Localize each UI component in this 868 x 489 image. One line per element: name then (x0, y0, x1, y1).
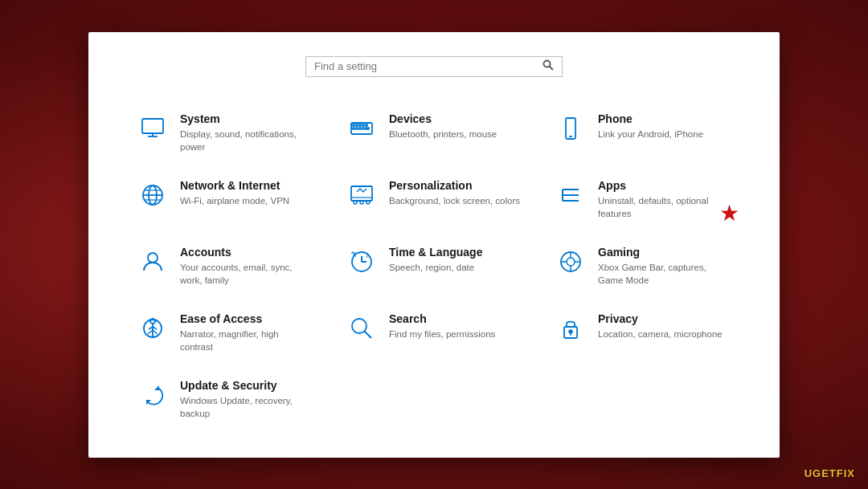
phone-icon (555, 112, 587, 145)
svg-rect-2 (142, 119, 163, 133)
apps-icon (555, 179, 587, 211)
svg-text:A: A (353, 253, 356, 258)
svg-point-26 (360, 201, 363, 204)
svg-rect-15 (366, 128, 369, 129)
apps-title: Apps (598, 179, 731, 192)
svg-rect-13 (359, 128, 361, 129)
settings-item-personalization[interactable]: Personalization Background, lock screen,… (330, 166, 538, 233)
ease-icon (137, 312, 169, 344)
personalization-desc: Background, lock screen, colors (389, 194, 522, 207)
settings-item-system[interactable]: System Display, sound, notifications, po… (121, 100, 330, 166)
privacy-desc: Location, camera, microphone (598, 328, 731, 340)
settings-item-privacy[interactable]: Privacy Location, camera, microphone (538, 300, 747, 366)
svg-point-39 (567, 258, 575, 266)
settings-item-ease[interactable]: Ease of Access Narrator, magnifier, high… (121, 300, 330, 366)
network-desc: Wi-Fi, airplane mode, VPN (180, 194, 313, 207)
svg-rect-14 (362, 128, 364, 129)
svg-point-32 (148, 253, 158, 263)
settings-item-devices[interactable]: Devices Bluetooth, printers, mouse (330, 100, 538, 166)
update-desc: Windows Update, recovery, backup (180, 394, 313, 420)
settings-grid: System Display, sound, notifications, po… (121, 100, 747, 434)
svg-rect-8 (359, 124, 361, 126)
settings-item-accounts[interactable]: Accounts Your accounts, email, sync, wor… (121, 233, 330, 300)
settings-item-gaming[interactable]: Gaming Xbox Game Bar, captures, Game Mod… (538, 233, 747, 300)
watermark-fix: FIX (837, 467, 855, 479)
settings-item-network[interactable]: Network & Internet Wi-Fi, airplane mode,… (121, 166, 330, 233)
gaming-icon (555, 246, 587, 278)
watermark-u: U (805, 467, 813, 479)
svg-rect-12 (356, 128, 358, 129)
globe-icon (137, 179, 169, 211)
svg-rect-9 (362, 124, 364, 126)
accounts-icon (137, 246, 169, 278)
settings-item-search[interactable]: Search Find my files, permissions (330, 300, 538, 366)
privacy-title: Privacy (598, 312, 731, 325)
update-icon (137, 379, 169, 411)
devices-icon (346, 112, 378, 145)
devices-title: Devices (389, 112, 522, 125)
settings-item-phone[interactable]: Phone Link your Android, iPhone (538, 100, 747, 166)
red-star-indicator: ★ (719, 202, 739, 225)
svg-point-47 (352, 319, 366, 333)
svg-text:あ: あ (366, 253, 371, 259)
svg-rect-11 (353, 128, 354, 129)
system-desc: Display, sound, notifications, power (180, 128, 313, 153)
search-input[interactable] (314, 60, 542, 72)
settings-item-time[interactable]: A あ Time & Language Speech, region, date (330, 233, 538, 300)
svg-point-50 (569, 330, 572, 333)
network-title: Network & Internet (180, 179, 313, 192)
settings-item-update[interactable]: Update & Security Windows Update, recove… (121, 366, 330, 433)
ease-title: Ease of Access (180, 312, 313, 325)
accounts-title: Accounts (180, 246, 313, 259)
devices-desc: Bluetooth, printers, mouse (389, 128, 522, 141)
personalization-title: Personalization (389, 179, 522, 192)
svg-line-1 (550, 67, 554, 71)
settings-window: System Display, sound, notifications, po… (88, 32, 780, 458)
search-icon (542, 59, 554, 73)
search-setting-icon (346, 312, 378, 344)
svg-rect-6 (353, 124, 354, 126)
ease-desc: Narrator, magnifier, high contrast (180, 328, 313, 353)
search-bar[interactable] (305, 56, 563, 77)
svg-point-0 (544, 61, 551, 67)
gaming-title: Gaming (598, 246, 731, 259)
search-desc: Find my files, permissions (389, 328, 522, 340)
privacy-icon (555, 312, 587, 344)
svg-rect-10 (366, 124, 367, 126)
personalization-icon (346, 179, 378, 211)
svg-rect-23 (351, 186, 372, 201)
settings-item-apps[interactable]: Apps Uninstall, defaults, optional featu… (538, 166, 747, 233)
system-title: System (180, 112, 313, 125)
svg-point-25 (354, 201, 357, 204)
search-title: Search (389, 312, 522, 325)
time-icon: A あ (346, 246, 378, 278)
phone-desc: Link your Android, iPhone (598, 128, 731, 141)
phone-title: Phone (598, 112, 731, 125)
svg-point-27 (366, 201, 370, 204)
accounts-desc: Your accounts, email, sync, work, family (180, 261, 313, 287)
svg-line-48 (365, 332, 372, 339)
time-desc: Speech, region, date (389, 261, 522, 274)
svg-rect-7 (356, 124, 358, 126)
watermark-get: GET (813, 467, 837, 479)
time-title: Time & Language (389, 246, 522, 259)
gaming-desc: Xbox Game Bar, captures, Game Mode (598, 261, 731, 287)
apps-desc: Uninstall, defaults, optional features (598, 194, 731, 220)
monitor-icon (137, 112, 169, 145)
update-title: Update & Security (180, 379, 313, 392)
watermark: UGETFIX (805, 467, 855, 479)
